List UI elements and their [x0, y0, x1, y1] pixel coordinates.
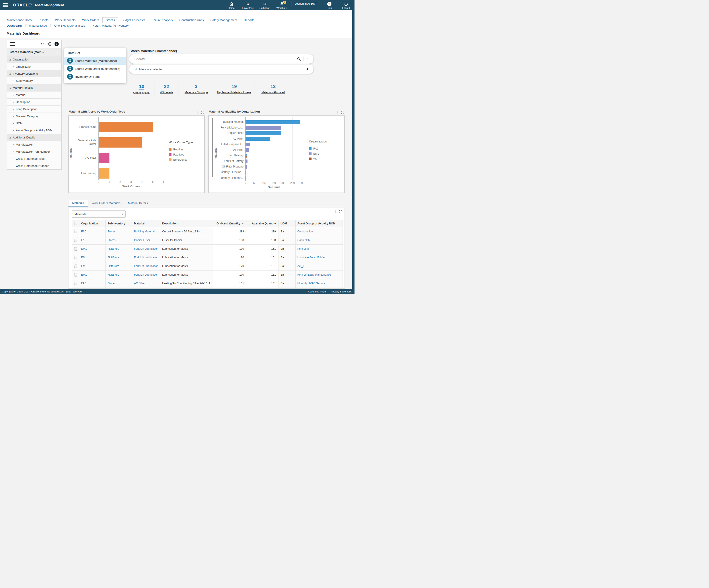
- cell-link[interactable]: FklftStore: [107, 256, 120, 259]
- filter-item-long-description[interactable]: ▸Long Description: [7, 106, 61, 113]
- kpi-value[interactable]: 19: [232, 84, 237, 89]
- cell-link[interactable]: Stores: [107, 230, 115, 233]
- kpi-label[interactable]: Organizations: [129, 91, 154, 95]
- cell-link[interactable]: AC Filter: [134, 282, 145, 285]
- cell-link[interactable]: EM1: [81, 265, 87, 268]
- cell-link[interactable]: Copier PM: [297, 239, 310, 242]
- expand-icon[interactable]: [201, 111, 204, 114]
- bar-battery-propan-em1[interactable]: [245, 176, 246, 180]
- expand-icon[interactable]: [341, 111, 344, 114]
- row-select-cell[interactable]: [72, 279, 79, 288]
- col-header-available-quantity[interactable]: Available Quantity: [247, 220, 279, 227]
- kpi-value[interactable]: 10: [139, 84, 144, 89]
- cell-link[interactable]: Copier Fuser: [134, 239, 150, 242]
- cell-link[interactable]: Act_LL: [297, 265, 306, 268]
- about-page-link[interactable]: About this Page: [308, 290, 326, 293]
- table-row[interactable]: EM1FklftStoreFork Lift LubricationLubric…: [72, 270, 343, 279]
- tab-budget-forecasts[interactable]: Budget Forecasts: [118, 17, 149, 23]
- checkbox[interactable]: [74, 239, 77, 242]
- table-row[interactable]: EM1FklftStoreFork Lift LubricationLubric…: [72, 262, 343, 270]
- kpi-label[interactable]: With Alerts: [154, 90, 179, 95]
- tab-safety-management[interactable]: Safety Management: [207, 17, 241, 23]
- bar-building-material-fac[interactable]: [245, 120, 300, 124]
- bar-ac-filter[interactable]: [99, 153, 109, 163]
- kpi-materials-allocated[interactable]: 12Materials Allocated: [255, 83, 291, 95]
- bar-fork-lift-lubricat-em1[interactable]: [245, 126, 281, 130]
- detail-tab-material-details[interactable]: Material Details: [124, 200, 152, 206]
- search-kebab-icon[interactable]: ⋮: [306, 57, 310, 61]
- share-icon[interactable]: [47, 42, 51, 46]
- filter-item-asset-group-or-activity-bom[interactable]: ▸Asset Group or Activity BOM: [7, 127, 61, 134]
- filter-group-organization[interactable]: ◢Organization: [7, 56, 61, 63]
- dataset-item-stores-materials-maintenance[interactable]: Stores Materials (Maintenance): [64, 57, 126, 65]
- legend-entry-facilities[interactable]: Facilities: [169, 153, 187, 156]
- subtab-one-step-material-issue[interactable]: One Step Material Issue: [51, 24, 89, 27]
- dataset-item-stores-work-order-maintenance[interactable]: Stores Work Order (Maintenance): [64, 65, 126, 73]
- tab-maintenance-home[interactable]: Maintenance Home: [3, 17, 36, 23]
- nav-home[interactable]: Home: [223, 1, 240, 9]
- privacy-link[interactable]: Privacy Statement: [331, 290, 351, 293]
- tab-construction-units[interactable]: Construction Units: [176, 17, 207, 23]
- favorite-star-icon[interactable]: ★: [306, 67, 314, 72]
- cell-link[interactable]: EM1: [81, 247, 87, 250]
- row-select-cell[interactable]: [72, 236, 79, 245]
- table-row[interactable]: FACStoresBuilding MaterialCurcuit Breake…: [72, 227, 343, 236]
- filters-bar[interactable]: No filters are selected. ★: [129, 64, 314, 74]
- table-row[interactable]: FACStoresCopier FuserFuser for Copier188…: [72, 236, 343, 245]
- legend-entry-emergency[interactable]: Emergency: [169, 158, 187, 161]
- filter-item-manufacturer-part-number[interactable]: ▸Manufacturer Part Number: [7, 148, 61, 155]
- menu-hamburger-icon[interactable]: [3, 3, 8, 7]
- bar-fan-bearing-w2[interactable]: [245, 156, 246, 158]
- col-header-on-hand-quantity[interactable]: On-Hand Quantity▼: [213, 220, 247, 227]
- cell-link[interactable]: FklftStore: [107, 265, 120, 268]
- cell-link[interactable]: Lubricate Fork Lift Mast: [297, 256, 326, 259]
- dataset-item-inventory-on-hand[interactable]: Inventory On Hand: [64, 73, 126, 81]
- filter-item-description[interactable]: ▸Description: [7, 99, 61, 106]
- filter-group-material-details[interactable]: ◢Material Details: [7, 84, 61, 91]
- cell-link[interactable]: Fork Lift Daily Maintenance: [297, 273, 331, 276]
- legend-entry-em1[interactable]: EM1: [309, 152, 319, 155]
- window-scrollbar-strip[interactable]: [352, 10, 354, 289]
- filter-item-cross-reference-type[interactable]: ▸Cross-Reference Type: [7, 155, 61, 162]
- tab-work-orders[interactable]: Work Orders: [79, 17, 102, 23]
- cell-link[interactable]: Stores: [107, 282, 115, 285]
- filter-item-material[interactable]: ▸Material: [7, 91, 61, 99]
- bar-generator-axle-blower[interactable]: [99, 137, 142, 148]
- kpi-value[interactable]: 12: [270, 84, 275, 89]
- cell-link[interactable]: Fork Lift Lubrication: [134, 265, 158, 268]
- col-header-description[interactable]: Description: [160, 220, 213, 227]
- checkbox[interactable]: [74, 273, 77, 276]
- table-row[interactable]: FACStoresAC FilterHeating/Air Conditioni…: [72, 279, 343, 288]
- bar-fan-bearing-fac[interactable]: [245, 154, 246, 155]
- detail-tab-work-orders-materials[interactable]: Work Orders Materials: [88, 200, 124, 206]
- row-select-cell[interactable]: [72, 227, 79, 236]
- subtab-material-issue[interactable]: Material Issue: [25, 24, 51, 27]
- cell-link[interactable]: EM1: [81, 256, 87, 259]
- row-select-cell[interactable]: [72, 270, 79, 279]
- col-header-asset-group-or-activity-bom[interactable]: Asset Group or Activity BOM: [295, 220, 343, 227]
- nav-logout[interactable]: Logout: [338, 1, 354, 9]
- bar-ac-filter-fac[interactable]: [245, 137, 270, 141]
- chart-scrollbar[interactable]: [212, 118, 213, 177]
- bar-oil-filter-propane-em1[interactable]: [245, 165, 247, 168]
- cell-link[interactable]: FAC: [81, 239, 86, 242]
- filter-item-uom[interactable]: ▸UOM: [7, 120, 61, 127]
- bar-fan-bearing[interactable]: [99, 168, 109, 179]
- cell-link[interactable]: Stores: [107, 239, 115, 242]
- cell-link[interactable]: EM1: [81, 273, 87, 276]
- tab-assets[interactable]: Assets: [36, 17, 52, 23]
- info-icon[interactable]: i: [54, 42, 59, 46]
- kpi-label[interactable]: Materials Allocated: [255, 90, 291, 95]
- tab-reports[interactable]: Reports: [240, 17, 258, 23]
- cell-link[interactable]: Building Material: [134, 230, 154, 233]
- nav-help[interactable]: ? Help: [321, 1, 338, 9]
- bar-air-filter-em1[interactable]: [245, 148, 249, 152]
- expand-icon[interactable]: [339, 210, 342, 213]
- row-select-cell[interactable]: [72, 262, 79, 270]
- bar-battery-electric-em1[interactable]: [245, 170, 246, 174]
- kpi-unplanned-materials-usage[interactable]: 19Unplanned Materials Usage: [214, 83, 255, 95]
- nav-worklist[interactable]: 1 Worklist▾: [273, 1, 290, 9]
- panel-hamburger-icon[interactable]: [10, 42, 15, 46]
- table-row[interactable]: EM1FklftStoreFork Lift LubricationLubric…: [72, 253, 343, 262]
- kpi-label[interactable]: Materials Shortage: [179, 90, 214, 95]
